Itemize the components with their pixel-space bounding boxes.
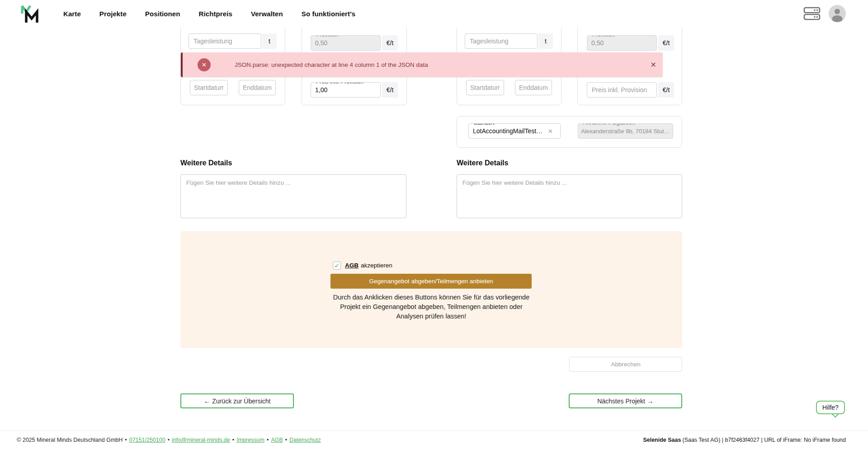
footer-separator: • <box>285 437 287 443</box>
provision-value-left: 0,50 <box>315 39 327 47</box>
footer-link-email[interactable]: info@mineral-minds.de <box>172 437 230 443</box>
tagesleistung-input-right[interactable] <box>465 33 538 49</box>
main-nav: Karte Projekte Positionen Richtpreis Ver… <box>63 0 355 27</box>
details-textarea-left[interactable] <box>180 174 406 218</box>
agb-link[interactable]: AGB <box>345 262 359 269</box>
person-icon <box>829 5 846 22</box>
nav-item-karte[interactable]: Karte <box>63 10 81 18</box>
back-to-overview-button[interactable]: ← Zurück zur Übersicht <box>180 393 294 408</box>
unit-eur-t-right-1: €/t <box>658 35 674 51</box>
footer-left: © 2025 Mineral Minds Deutschland GmbH • … <box>17 431 321 449</box>
error-alert: ✕ JSON.parse: unexpected character at li… <box>181 52 663 77</box>
copyright-text: © 2025 Mineral Minds Deutschland GmbH <box>17 437 123 443</box>
offer-description-line: Analysen prüfen lassen! <box>318 312 544 321</box>
clear-standort-icon[interactable]: ✕ <box>548 128 553 135</box>
help-button[interactable]: Hilfe? <box>816 401 845 414</box>
footer-separator: • <box>232 437 234 443</box>
agb-label-row: AGBakzeptieren <box>345 262 392 269</box>
unit-t-right: t <box>538 33 553 49</box>
unit-eur-t-right-2: €/t <box>658 82 674 98</box>
footer-link-agb[interactable]: AGB <box>271 437 283 443</box>
offer-description-line: Projekt ein Gegenangebot abgeben, Teilme… <box>318 302 544 312</box>
counter-offer-section: ✓ AGBakzeptieren Gegenangebot abgeben/Te… <box>180 231 682 348</box>
details-heading-right: Weitere Details <box>457 159 508 167</box>
server-icon[interactable] <box>803 7 822 20</box>
abgabeort-value: Alexanderstraße 9b, 70184 Stuttgart <box>581 128 670 135</box>
footer-link-phone[interactable]: 07151/250100 <box>129 437 165 443</box>
offer-description-line: Durch das Anklicken dieses Buttons könne… <box>318 293 544 302</box>
alert-close-icon[interactable]: ✕ <box>651 52 656 77</box>
footer-separator: • <box>267 437 269 443</box>
unit-eur-t-left-1: €/t <box>382 35 398 51</box>
user-avatar[interactable] <box>829 5 846 22</box>
top-navigation-bar: Karte Projekte Positionen Richtpreis Ver… <box>0 0 868 27</box>
preis-inkl-provision-field-left[interactable]: Preis inkl. Provision 1,00 <box>311 82 381 98</box>
nav-item-positionen[interactable]: Positionen <box>145 10 180 18</box>
tagesleistung-input-left[interactable] <box>189 33 261 49</box>
arrow-right-icon: → <box>647 397 654 405</box>
agb-label-rest: akzeptieren <box>361 262 392 269</box>
preis-inkl-provision-input-right[interactable] <box>587 82 657 98</box>
offer-description: Durch das Anklicken dieses Buttons könne… <box>318 293 544 321</box>
nav-item-projekte[interactable]: Projekte <box>99 10 127 18</box>
standort-field[interactable]: Standort LotAccountingMailTests (~3 k...… <box>468 123 561 139</box>
provision-label-right: Provision <box>590 35 616 38</box>
preis-inkl-provision-value-left: 1,00 <box>315 86 327 94</box>
enddatum-input-right[interactable] <box>515 80 552 95</box>
provision-value-right: 0,50 <box>591 39 604 47</box>
submit-counter-offer-button[interactable]: Gegenangebot abgeben/Teilmengen anbieten <box>330 274 532 289</box>
page: Karte Projekte Positionen Richtpreis Ver… <box>0 0 868 449</box>
standort-label: Standort <box>472 123 496 126</box>
footer: © 2025 Mineral Minds Deutschland GmbH • … <box>0 431 868 449</box>
footer-separator: • <box>125 437 127 443</box>
unit-eur-t-left-2: €/t <box>382 82 398 98</box>
startdatum-input-left[interactable] <box>190 80 228 95</box>
error-circle-icon: ✕ <box>198 58 211 71</box>
nav-item-verwalten[interactable]: Verwalten <box>251 10 283 18</box>
alert-message: JSON.parse: unexpected character at line… <box>235 52 428 77</box>
enddatum-input-left[interactable] <box>239 80 276 95</box>
details-heading-left: Weitere Details <box>180 159 232 167</box>
footer-right: Selenide Saas (Saas Test AG) | b7f2463f4… <box>643 431 846 449</box>
footer-separator: • <box>168 437 170 443</box>
startdatum-input-right[interactable] <box>466 80 504 95</box>
saas-name: Selenide Saas <box>643 437 681 443</box>
checkmark-icon: ✓ <box>334 262 340 269</box>
provision-label-left: Provision <box>314 35 340 38</box>
mineral-minds-logo-icon[interactable] <box>20 4 41 24</box>
preis-inkl-provision-label-left: Preis inkl. Provision <box>314 82 365 85</box>
saas-info: (Saas Test AG) | b7f2463f4027 | URL of i… <box>682 437 846 443</box>
alert-accent-bar <box>181 52 183 77</box>
provision-field-right: Provision 0,50 <box>587 35 657 51</box>
nav-item-richtpreis[interactable]: Richtpreis <box>199 10 232 18</box>
arrow-left-icon: ← <box>203 397 210 405</box>
footer-link-impressum[interactable]: Impressum <box>236 437 264 443</box>
abgabeort-label: Annahme-/Abgabeort <box>581 123 637 126</box>
location-card: Standort LotAccountingMailTests (~3 k...… <box>457 116 682 148</box>
abgabeort-field: Annahme-/Abgabeort Alexanderstraße 9b, 7… <box>578 123 673 139</box>
unit-t-left: t <box>262 33 277 49</box>
standort-value: LotAccountingMailTests (~3 k... <box>473 127 545 135</box>
agb-checkbox[interactable]: ✓ <box>333 262 341 270</box>
next-button-label: Nächstes Projekt <box>597 398 645 405</box>
nav-item-so-funktionierts[interactable]: So funktioniert's <box>302 10 355 18</box>
provision-field-left: Provision 0,50 <box>311 35 381 51</box>
next-project-button[interactable]: Nächstes Projekt → <box>569 393 682 408</box>
back-button-label: Zurück zur Übersicht <box>212 398 270 405</box>
footer-link-datenschutz[interactable]: Datenschutz <box>289 437 321 443</box>
cancel-button[interactable]: Abbrechen <box>569 357 682 372</box>
details-textarea-right[interactable] <box>457 174 682 218</box>
